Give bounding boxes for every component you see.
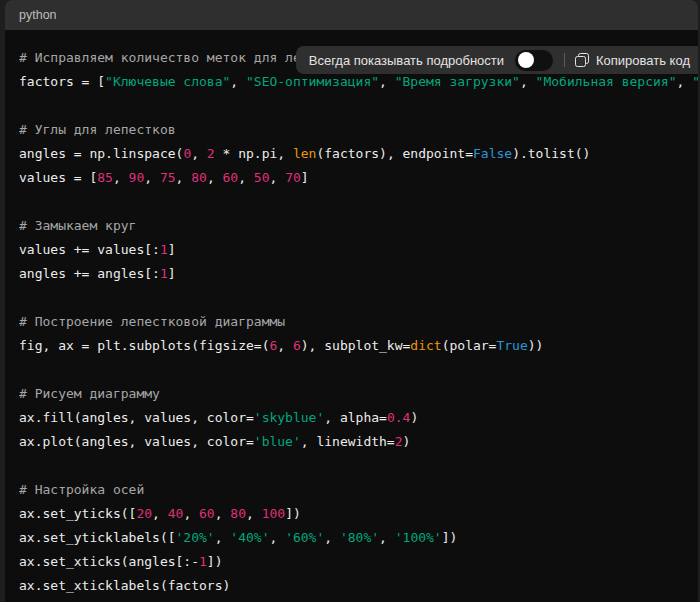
code-token-p: ] (168, 266, 176, 281)
code-token-n: 75 (160, 170, 176, 185)
code-line: # Рисуем диаграмму (19, 382, 698, 406)
code-token-p: , (144, 170, 160, 185)
code-token-s: '100%' (395, 530, 442, 545)
code-token-p: , linewidth= (301, 434, 395, 449)
code-token-c: # Построение лепестковой диаграммы (19, 314, 285, 329)
code-line (19, 358, 698, 382)
code-token-p: values += values[: (19, 242, 160, 257)
code-token-p: , (183, 506, 199, 521)
code-token-s: '80%' (340, 530, 379, 545)
code-token-s: '20%' (176, 530, 215, 545)
code-token-n: 1 (199, 554, 207, 569)
code-token-n: 80 (191, 170, 207, 185)
code-token-n: 70 (285, 170, 301, 185)
code-token-p: ] (301, 170, 309, 185)
code-line: # Замыкаем круг (19, 214, 698, 238)
code-line (19, 190, 698, 214)
code-token-n: 1 (160, 266, 168, 281)
controls-divider (564, 53, 565, 67)
code-token-p: , (379, 530, 395, 545)
code-token-p: ]) (285, 506, 301, 521)
code-line: ax.set_xticks(angles[:-1]) (19, 550, 698, 574)
code-token-n: 1 (160, 242, 168, 257)
code-token-n: 80 (230, 506, 246, 521)
code-line: fig, ax = plt.subplots(figsize=(6, 6), s… (19, 334, 698, 358)
code-token-c: # Углы для лепестков (19, 122, 176, 137)
code-token-n: 60 (223, 170, 239, 185)
code-token-p: , (269, 530, 285, 545)
code-token-p: fig, ax = plt.subplots(figsize=( (19, 338, 269, 353)
code-token-p: ) (410, 410, 418, 425)
code-token-p: , (230, 74, 246, 89)
code-token-p: ax.set_xticklabels(factors) (19, 578, 230, 593)
code-token-n: 60 (199, 506, 215, 521)
code-token-b: dict (410, 338, 441, 353)
code-token-n: 2 (395, 434, 403, 449)
code-line: # Построение лепестковой диаграммы (19, 310, 698, 334)
code-token-p: , (207, 170, 223, 185)
code-token-s: "Ключевые слова" (105, 74, 230, 89)
code-token-s: 'blue' (254, 434, 301, 449)
always-show-details-label: Всегда показывать подробности (309, 53, 504, 68)
code-token-p: (polar= (442, 338, 497, 353)
code-token-p: , (215, 530, 231, 545)
code-token-s: '40%' (230, 530, 269, 545)
code-token-p: ) (403, 434, 411, 449)
code-token-k: True (496, 338, 527, 353)
code-token-p: ]) (207, 554, 223, 569)
code-token-p: , (152, 506, 168, 521)
code-line: values = [85, 90, 75, 80, 60, 50, 70] (19, 166, 698, 190)
code-token-p: , (324, 530, 340, 545)
code-block-header: python (5, 0, 698, 30)
code-token-s: '60%' (285, 530, 324, 545)
code-token-s: "SEO-оптимизация" (246, 74, 379, 89)
code-line: ax.set_xticklabels(factors) (19, 574, 698, 598)
code-token-n: 90 (129, 170, 145, 185)
code-token-p: , (270, 170, 286, 185)
copy-icon (575, 53, 589, 67)
code-line: ax.set_yticks([20, 40, 60, 80, 100]) (19, 502, 698, 526)
code-token-p: ]) (442, 530, 458, 545)
code-token-p: , (238, 170, 254, 185)
code-token-p: ), subplot_kw= (301, 338, 411, 353)
code-line: ax.fill(angles, values, color='skyblue',… (19, 406, 698, 430)
code-token-p: , (520, 74, 536, 89)
code-token-c: # Настройка осей (19, 482, 144, 497)
code-token-k: False (473, 146, 512, 161)
code-token-p: ).tolist() (512, 146, 590, 161)
code-token-p: , (277, 338, 293, 353)
code-token-n: 85 (97, 170, 113, 185)
code-token-p: values = [ (19, 170, 97, 185)
code-line: angles += angles[:1] (19, 262, 698, 286)
code-token-n: 2 (207, 146, 215, 161)
toggle-knob (518, 52, 534, 68)
code-line (19, 286, 698, 310)
copy-code-button[interactable]: Копировать код (575, 53, 690, 68)
code-line (19, 454, 698, 478)
code-line: ax.plot(angles, values, color='blue', li… (19, 430, 698, 454)
code-token-p: * np.pi, (215, 146, 293, 161)
code-token-s: "Время загрузки" (395, 74, 520, 89)
code-token-n: 20 (136, 506, 152, 521)
code-token-s: "От (692, 74, 698, 89)
code-token-p: , alpha= (324, 410, 387, 425)
code-area[interactable]: # Исправляем количество меток для лепест… (5, 30, 698, 602)
code-token-p: factors = [ (19, 74, 105, 89)
code-token-p: , (191, 146, 207, 161)
always-show-details-toggle[interactable] (514, 49, 554, 72)
code-token-p: , (246, 506, 262, 521)
code-line: ax.set_yticklabels(['20%', '40%', '60%',… (19, 526, 698, 550)
code-line: # Настройка осей (19, 478, 698, 502)
code-token-p: ax.set_yticklabels([ (19, 530, 176, 545)
code-token-p: , (379, 74, 395, 89)
code-line (19, 94, 698, 118)
code-token-b: len (293, 146, 316, 161)
code-token-n: 40 (168, 506, 184, 521)
code-token-p: , (176, 170, 192, 185)
code-token-p: ax.set_xticks(angles[:- (19, 554, 199, 569)
code-token-p: )) (528, 338, 544, 353)
code-token-n: 100 (262, 506, 285, 521)
code-token-p: ax.plot(angles, values, color= (19, 434, 254, 449)
code-token-p: ax.set_yticks([ (19, 506, 136, 521)
language-label: python (19, 8, 57, 22)
